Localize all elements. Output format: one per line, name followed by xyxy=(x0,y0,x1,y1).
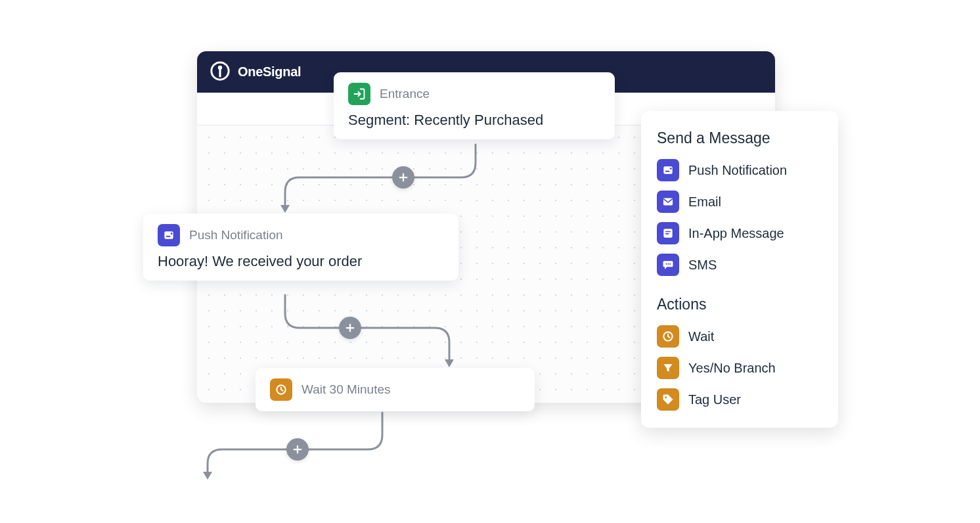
svg-rect-15 xyxy=(665,231,671,233)
clock-icon xyxy=(270,378,292,401)
panel-item-label: Tag User xyxy=(688,392,741,407)
panel-item-branch[interactable]: Yes/No Branch xyxy=(657,357,822,379)
panel-item-wait[interactable]: Wait xyxy=(657,325,822,348)
svg-rect-7 xyxy=(166,236,171,237)
panel-item-label: Push Notification xyxy=(688,163,787,178)
actions-heading: Actions xyxy=(657,296,822,313)
push-type-label: Push Notification xyxy=(189,228,283,242)
inapp-icon xyxy=(657,222,679,244)
push-icon xyxy=(657,159,679,181)
entrance-title: Segment: Recently Purchased xyxy=(348,112,600,129)
add-step-button[interactable] xyxy=(286,438,309,461)
onesignal-logo-icon xyxy=(210,61,230,83)
clock-icon xyxy=(657,325,679,348)
push-icon xyxy=(158,224,180,246)
sms-icon xyxy=(657,254,679,276)
svg-marker-5 xyxy=(203,472,212,480)
panel-item-tag[interactable]: Tag User xyxy=(657,388,822,411)
svg-marker-4 xyxy=(445,359,454,367)
send-heading: Send a Message xyxy=(657,129,822,147)
panel-item-inapp[interactable]: In-App Message xyxy=(657,222,822,244)
send-list: Push Notification Email In-App Message S… xyxy=(657,159,822,276)
svg-point-19 xyxy=(669,263,671,265)
wait-type-label: Wait 30 Minutes xyxy=(301,382,391,397)
entrance-node[interactable]: Entrance Segment: Recently Purchased xyxy=(334,72,615,139)
svg-point-17 xyxy=(665,263,667,265)
email-icon xyxy=(657,191,679,213)
add-step-button[interactable] xyxy=(339,317,361,339)
side-panel: Send a Message Push Notification Email I… xyxy=(641,111,838,428)
panel-item-label: In-App Message xyxy=(688,226,784,241)
panel-item-label: Yes/No Branch xyxy=(688,361,776,376)
svg-point-12 xyxy=(670,168,672,170)
push-node[interactable]: Push Notification Hooray! We received yo… xyxy=(143,214,458,281)
tag-icon xyxy=(657,388,679,411)
panel-item-label: SMS xyxy=(688,258,717,273)
panel-item-push[interactable]: Push Notification xyxy=(657,159,822,181)
svg-point-18 xyxy=(667,263,669,265)
add-step-button[interactable] xyxy=(392,166,414,189)
actions-list: Wait Yes/No Branch Tag User xyxy=(657,325,822,411)
entrance-type-label: Entrance xyxy=(380,87,430,101)
svg-rect-10 xyxy=(663,166,672,174)
panel-item-sms[interactable]: SMS xyxy=(657,254,822,276)
svg-rect-2 xyxy=(219,68,221,77)
svg-rect-16 xyxy=(665,233,669,235)
svg-rect-6 xyxy=(164,231,173,239)
svg-rect-11 xyxy=(665,171,670,172)
svg-point-8 xyxy=(171,233,173,235)
panel-item-email[interactable]: Email xyxy=(657,191,822,213)
push-title: Hooray! We received your order xyxy=(158,253,444,270)
panel-item-label: Email xyxy=(688,194,721,210)
panel-item-label: Wait xyxy=(688,329,714,344)
filter-icon xyxy=(657,357,679,379)
brand-name: OneSignal xyxy=(238,64,301,80)
entrance-icon xyxy=(348,83,370,105)
wait-node[interactable]: Wait 30 Minutes xyxy=(256,368,535,411)
svg-marker-3 xyxy=(280,205,290,213)
svg-point-21 xyxy=(665,396,667,398)
